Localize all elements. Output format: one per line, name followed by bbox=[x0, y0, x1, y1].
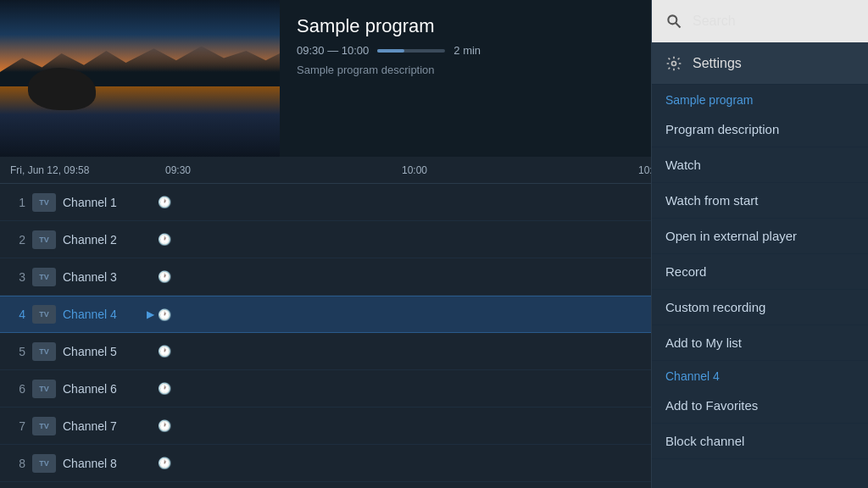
menu-item-add-to-favorites[interactable]: Add to Favorites bbox=[652, 388, 868, 424]
history-icon-1: 🕐 bbox=[158, 196, 171, 208]
time-label-0930: 09:30 bbox=[165, 164, 191, 176]
preview-time-range: 09:30 — 10:00 bbox=[297, 44, 369, 57]
menu-item-block-channel[interactable]: Block channel bbox=[652, 424, 868, 459]
channel-number-2: 2 bbox=[7, 233, 25, 247]
channel-icon-3: TV bbox=[32, 268, 56, 286]
sidebar: Search Settings Sample program Program d… bbox=[651, 0, 868, 488]
channel-icon-6: TV bbox=[32, 380, 56, 398]
epg-row-2: 2 TV Channel 2 🕐 Sample program Sample p… bbox=[0, 221, 651, 258]
channel-icon-2: TV bbox=[32, 230, 56, 249]
channel-info-8: 8 TV Channel 8 🕐 bbox=[0, 454, 178, 473]
menu-item-watch-from-start[interactable]: Watch from start bbox=[652, 183, 868, 219]
svg-point-0 bbox=[668, 15, 676, 24]
channel-name-7: Channel 7 bbox=[63, 419, 117, 433]
history-icon-4: 🕐 bbox=[158, 308, 171, 321]
channel-name-5: Channel 5 bbox=[63, 345, 117, 358]
sidebar-menu: Sample program Program description Watch… bbox=[652, 85, 868, 488]
channel-name-6: Channel 6 bbox=[63, 382, 117, 396]
preview-duration: 2 min bbox=[453, 44, 481, 57]
channel-name-4: Channel 4 bbox=[63, 308, 117, 321]
history-icon-3: 🕐 bbox=[158, 270, 171, 283]
channel-icons-7: 🕐 bbox=[158, 419, 171, 432]
channel-icons-1: 🕐 bbox=[158, 196, 171, 208]
channel-number-1: 1 bbox=[7, 196, 25, 209]
channel-icon-8: TV bbox=[32, 454, 56, 473]
channel-number-5: 5 bbox=[7, 345, 25, 358]
epg-row-8: 8 TV Channel 8 🕐 Sample program Sample p… bbox=[0, 445, 651, 482]
channel-info-1: 1 TV Channel 1 🕐 bbox=[0, 193, 178, 212]
channel-icon-4: TV bbox=[32, 305, 56, 324]
channel-icon-7: TV bbox=[32, 417, 56, 435]
settings-button[interactable]: Settings bbox=[652, 42, 868, 85]
menu-item-open-external-player[interactable]: Open in external player bbox=[652, 219, 868, 254]
main-area: Sample program 09:30 — 10:00 2 min Sampl… bbox=[0, 0, 651, 488]
channel-number-4: 4 bbox=[7, 308, 25, 321]
channel-info-3: 3 TV Channel 3 🕐 bbox=[0, 268, 178, 286]
channel-info-6: 6 TV Channel 6 🕐 bbox=[0, 380, 178, 398]
svg-point-2 bbox=[672, 61, 676, 65]
channel-section-header: Channel 4 bbox=[652, 361, 868, 388]
timeline-slots: 09:30 10:00 10:30 bbox=[178, 157, 651, 183]
epg-row-5: 5 TV Channel 5 🕐 Sample program bbox=[0, 333, 651, 370]
gear-icon bbox=[665, 55, 682, 72]
preview-time-row: 09:30 — 10:00 2 min bbox=[297, 44, 481, 57]
channel-number-6: 6 bbox=[7, 382, 25, 396]
epg-rows: 1 TV Channel 1 🕐 Sample program Sample .… bbox=[0, 184, 651, 488]
channel-icon-5: TV bbox=[32, 342, 56, 361]
epg-row-7: 7 TV Channel 7 🕐 Sample program Sample p… bbox=[0, 408, 651, 445]
program-section-header: Sample program bbox=[652, 85, 868, 112]
channel-icons-5: 🕐 bbox=[158, 345, 171, 358]
epg-container: Fri, Jun 12, 09:58 09:30 10:00 10:30 1 T… bbox=[0, 157, 651, 488]
channel-icon-1: TV bbox=[32, 193, 56, 212]
channel-name-3: Channel 3 bbox=[63, 270, 117, 284]
channel-icons-6: 🕐 bbox=[158, 382, 171, 395]
preview-description: Sample program description bbox=[297, 64, 481, 76]
channel-info-5: 5 TV Channel 5 🕐 bbox=[0, 342, 178, 361]
search-icon bbox=[665, 13, 682, 30]
preview-thumbnail bbox=[0, 0, 280, 157]
progress-bar-fill bbox=[377, 49, 404, 53]
menu-item-add-to-my-list[interactable]: Add to My list bbox=[652, 325, 868, 361]
timeline-header: Fri, Jun 12, 09:58 09:30 10:00 10:30 bbox=[0, 157, 651, 184]
channel-name-2: Channel 2 bbox=[63, 233, 117, 247]
preview-title: Sample program bbox=[297, 15, 481, 37]
search-label: Search bbox=[693, 14, 736, 29]
channel-number-3: 3 bbox=[7, 270, 25, 284]
settings-label: Settings bbox=[693, 56, 742, 71]
preview-info: Sample program 09:30 — 10:00 2 min Sampl… bbox=[280, 0, 498, 157]
menu-item-watch[interactable]: Watch bbox=[652, 147, 868, 183]
channel-icons-8: 🕐 bbox=[158, 457, 171, 469]
time-label-1030: 10:30 bbox=[638, 164, 651, 176]
epg-row-4: 4 TV Channel 4 ▶ 🕐 Sample program Sample… bbox=[0, 296, 651, 333]
menu-item-program-description[interactable]: Program description bbox=[652, 112, 868, 147]
channel-name-1: Channel 1 bbox=[63, 196, 117, 209]
preview-section: Sample program 09:30 — 10:00 2 min Sampl… bbox=[0, 0, 651, 157]
channel-icons-4: ▶ 🕐 bbox=[147, 308, 171, 321]
epg-row-3: 3 TV Channel 3 🕐 Sample program Sample p… bbox=[0, 258, 651, 296]
search-button[interactable]: Search bbox=[652, 0, 868, 42]
menu-item-custom-recording[interactable]: Custom recording bbox=[652, 290, 868, 325]
channel-name-8: Channel 8 bbox=[63, 457, 117, 470]
history-icon-6: 🕐 bbox=[158, 382, 171, 395]
channel-number-7: 7 bbox=[7, 419, 25, 433]
channel-info-2: 2 TV Channel 2 🕐 bbox=[0, 230, 178, 249]
menu-item-record[interactable]: Record bbox=[652, 254, 868, 290]
channel-icons-2: 🕐 bbox=[158, 233, 171, 246]
svg-line-1 bbox=[676, 23, 680, 27]
time-label-1000: 10:00 bbox=[402, 164, 427, 176]
progress-bar bbox=[377, 49, 445, 53]
play-icon-4: ▶ bbox=[147, 308, 154, 321]
channel-info-4: 4 TV Channel 4 ▶ 🕐 bbox=[0, 305, 178, 324]
epg-row-6: 6 TV Channel 6 🕐 Sample program Sample p… bbox=[0, 370, 651, 408]
history-icon-7: 🕐 bbox=[158, 419, 171, 432]
epg-row-1: 1 TV Channel 1 🕐 Sample program Sample .… bbox=[0, 184, 651, 221]
channel-icons-3: 🕐 bbox=[158, 270, 171, 283]
channel-number-8: 8 bbox=[7, 457, 25, 470]
history-icon-2: 🕐 bbox=[158, 233, 171, 246]
channel-info-7: 7 TV Channel 7 🕐 bbox=[0, 417, 178, 435]
history-icon-8: 🕐 bbox=[158, 457, 171, 469]
history-icon-5: 🕐 bbox=[158, 345, 171, 358]
timeline-date: Fri, Jun 12, 09:58 bbox=[0, 157, 178, 183]
